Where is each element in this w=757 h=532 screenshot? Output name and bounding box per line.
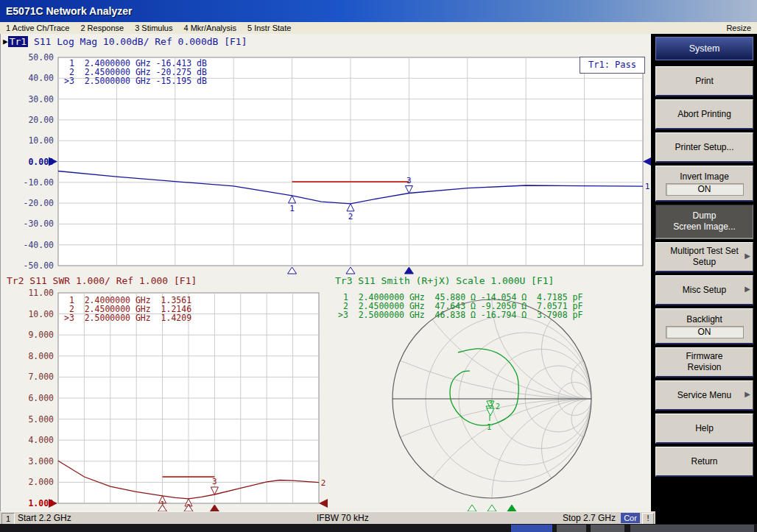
taskbar-sliver <box>0 524 757 532</box>
channel-number: 1 <box>1 513 15 525</box>
svg-text:2: 2 <box>496 402 500 411</box>
svg-text:1: 1 <box>289 204 295 213</box>
y-axis-tick: 6.000 <box>4 393 54 403</box>
status-bar: 1 Start 2.2 GHz IFBW 70 kHz Stop 2.7 GHz… <box>0 511 655 525</box>
softkey-return[interactable]: Return <box>655 447 753 477</box>
softkey-printer-setup[interactable]: Printer Setup... <box>655 132 753 163</box>
y-axis-tick: 40.00 <box>4 73 54 83</box>
tr1-header-text: S11 Log Mag 10.00dB/ Ref 0.000dB [F1] <box>28 36 247 47</box>
tr1-header[interactable]: ▶Tr1 S11 Log Mag 10.00dB/ Ref 0.000dB [F… <box>3 36 247 48</box>
submenu-arrow-icon: ▶ <box>744 390 750 398</box>
softkey-invert-image-state: ON <box>666 183 744 196</box>
softkey-abort-printing[interactable]: Abort Printing <box>655 99 753 130</box>
svg-text:1: 1 <box>487 422 492 432</box>
softkey-dump[interactable]: Dump Screen Image... <box>655 205 753 239</box>
y-axis-tick: 10.00 <box>4 135 54 146</box>
tr3-header[interactable]: Tr3 S11 Smith (R+jX) Scale 1.000U [F1] <box>335 275 554 286</box>
softkey-misc-setup[interactable]: Misc Setup ▶ <box>655 275 753 305</box>
menu-response[interactable]: 2 Response <box>80 24 124 32</box>
tr2-header[interactable]: Tr2 S11 SWR 1.000/ Ref 1.000 [F1] <box>7 275 197 286</box>
marker-row: >3 2.5000000 GHz 46.838 Ω -16.794 Ω 3.79… <box>338 311 582 319</box>
menu-stimulus[interactable]: 3 Stimulus <box>135 24 172 32</box>
menu-instr-state[interactable]: 5 Instr State <box>247 24 291 32</box>
marker-row: >3 2.5000000 GHz 1.4209 <box>64 313 191 322</box>
softkey-menu: System Print Abort Printing Printer Setu… <box>651 34 757 511</box>
y-axis-tick: 4.000 <box>4 435 54 445</box>
y-axis-tick: 2.000 <box>4 477 54 487</box>
y-axis-tick: 3.000 <box>4 456 54 467</box>
y-axis-tick: 50.00 <box>4 52 54 63</box>
taskbar-button[interactable] <box>591 525 624 532</box>
tr1-badge: Tr1 <box>8 36 28 47</box>
y-axis-tick: -20.00 <box>4 198 54 208</box>
softkey-firmware[interactable]: Firmware Revision <box>655 347 753 377</box>
menu-active-ch-trace[interactable]: 1 Active Ch/Trace <box>6 24 69 32</box>
taskbar-button[interactable] <box>557 525 586 532</box>
stop-frequency: Stop 2.7 GHz <box>563 513 616 523</box>
menubar: 1 Active Ch/Trace 2 Response 3 Stimulus … <box>0 22 757 35</box>
y-axis-tick: -50.00 <box>4 260 54 271</box>
tr1-marker-table: 1 2.4000000 GHz -16.413 dB 2 2.4500000 G… <box>64 59 207 85</box>
softkey-service-menu[interactable]: Service Menu ▶ <box>655 380 753 411</box>
svg-text:1: 1 <box>645 182 650 191</box>
softkey-menu-title: System <box>655 37 753 60</box>
y-axis-tick: 20.00 <box>4 115 54 125</box>
svg-text:3: 3 <box>406 176 412 185</box>
ifbw-readout: IFBW 70 kHz <box>317 513 369 523</box>
instrument-display: 11232123312 ▶Tr1 S11 Log Mag 10.00dB/ Re… <box>0 34 652 511</box>
y-axis-tick: -40.00 <box>4 240 54 250</box>
y-axis-tick: 7.000 <box>4 372 54 382</box>
y-axis-tick: 10.00 <box>4 309 54 319</box>
softkey-backlight-state: ON <box>666 326 744 338</box>
alert-indicator[interactable]: ! <box>642 513 654 525</box>
submenu-arrow-icon: ▶ <box>744 252 750 260</box>
y-axis-tick: 9.000 <box>4 330 54 340</box>
correction-badge: Cor <box>621 513 640 523</box>
window-title: E5071C Network Analyzer <box>6 5 132 17</box>
active-trace-arrow-icon: ▶ <box>3 37 8 46</box>
submenu-arrow-icon: ▶ <box>744 285 750 293</box>
tr2-marker-table: 1 2.4000000 GHz 1.3561 2 2.4500000 GHz 1… <box>64 296 191 322</box>
softkey-backlight[interactable]: Backlight ON <box>655 308 753 344</box>
window-titlebar: E5071C Network Analyzer <box>0 0 757 22</box>
svg-text:3: 3 <box>488 399 493 408</box>
marker-row: >3 2.5000000 GHz -15.195 dB <box>64 77 207 85</box>
tr3-marker-table: 1 2.4000000 GHz 45.880 Ω -14.054 Ω 4.718… <box>338 293 582 319</box>
y-axis-tick: 30.00 <box>4 94 54 104</box>
start-frequency: Start 2.2 GHz <box>18 513 71 523</box>
menu-resize[interactable]: Resize <box>726 24 751 32</box>
taskbar-active-button[interactable] <box>511 525 552 532</box>
y-axis-tick: 1.000 <box>4 498 54 508</box>
svg-text:2: 2 <box>348 212 353 221</box>
y-axis-tick: 5.000 <box>4 414 54 425</box>
instrument-screen: E5071C Network Analyzer 1 Active Ch/Trac… <box>0 0 757 532</box>
y-axis-tick: 0.000 <box>4 157 54 167</box>
svg-text:2: 2 <box>321 478 326 488</box>
menu-mkr-analysis[interactable]: 4 Mkr/Analysis <box>183 24 236 32</box>
softkey-print[interactable]: Print <box>655 66 753 96</box>
charts-canvas: 11232123312 <box>1 34 652 511</box>
svg-text:3: 3 <box>212 477 217 486</box>
softkey-multiport-test-set[interactable]: Multiport Test Set Setup ▶ <box>655 242 753 272</box>
y-axis-tick: -10.00 <box>4 177 54 188</box>
y-axis-tick: -30.00 <box>4 219 54 229</box>
y-axis-tick: 8.000 <box>4 351 54 361</box>
tr1-pass-indicator: Tr1: Pass <box>580 57 645 74</box>
y-axis-tick: 11.00 <box>4 288 54 298</box>
softkey-invert-image[interactable]: Invert Image ON <box>655 166 753 202</box>
softkey-help[interactable]: Help <box>655 414 753 444</box>
taskbar-tray[interactable] <box>630 525 754 532</box>
